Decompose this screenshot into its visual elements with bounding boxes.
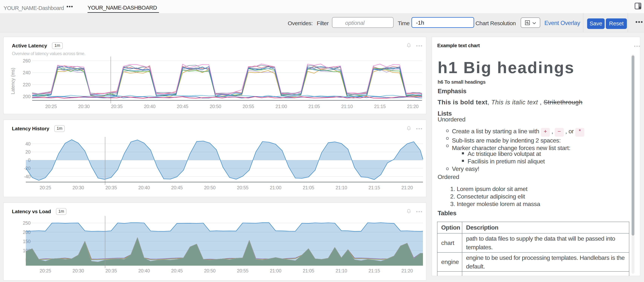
svg-text:20:45: 20:45	[177, 104, 188, 109]
svg-text:20:25: 20:25	[40, 268, 51, 273]
svg-text:21:15: 21:15	[368, 268, 380, 273]
svg-text:20:35: 20:35	[106, 268, 117, 273]
svg-text:-40: -40	[24, 174, 30, 179]
svg-text:20:30: 20:30	[72, 185, 84, 190]
svg-text:20: 20	[26, 149, 30, 154]
svg-text:200: 200	[23, 94, 30, 99]
svg-text:21:20: 21:20	[402, 185, 413, 190]
svg-text:21:20: 21:20	[407, 104, 418, 109]
svg-text:20:45: 20:45	[171, 268, 183, 273]
svg-text:21:00: 21:00	[270, 185, 281, 190]
svg-text:21:10: 21:10	[336, 268, 347, 273]
svg-text:21:15: 21:15	[368, 185, 380, 190]
svg-text:260: 260	[23, 58, 30, 63]
svg-text:240: 240	[23, 70, 30, 75]
svg-text:20:40: 20:40	[138, 185, 150, 190]
svg-text:Latency (ms): Latency (ms)	[10, 68, 16, 94]
svg-text:21:10: 21:10	[336, 185, 347, 190]
svg-text:21:05: 21:05	[303, 268, 314, 273]
svg-text:250: 250	[23, 220, 30, 226]
svg-text:21:00: 21:00	[270, 268, 281, 273]
svg-text:21:20: 21:20	[402, 268, 413, 273]
svg-text:20:35: 20:35	[111, 104, 122, 109]
svg-text:220: 220	[23, 82, 30, 87]
svg-text:20:55: 20:55	[242, 104, 254, 109]
svg-text:21:05: 21:05	[303, 185, 314, 190]
svg-text:20:45: 20:45	[171, 185, 183, 190]
svg-text:21:10: 21:10	[341, 104, 353, 109]
svg-text:20:35: 20:35	[106, 185, 117, 190]
svg-text:20:30: 20:30	[72, 268, 84, 273]
svg-text:21:15: 21:15	[374, 104, 386, 109]
svg-text:20:30: 20:30	[78, 104, 90, 109]
svg-text:21:00: 21:00	[276, 104, 287, 109]
svg-text:20:40: 20:40	[138, 268, 150, 273]
svg-text:20:50: 20:50	[204, 185, 216, 190]
svg-text:20:40: 20:40	[144, 104, 155, 109]
svg-text:20:25: 20:25	[45, 104, 57, 109]
svg-text:20:55: 20:55	[237, 268, 248, 273]
svg-text:40: 40	[26, 141, 30, 146]
svg-text:20:50: 20:50	[210, 104, 221, 109]
svg-text:20:50: 20:50	[204, 268, 216, 273]
svg-text:20:55: 20:55	[237, 185, 248, 190]
svg-text:20:25: 20:25	[40, 185, 51, 190]
svg-text:21:05: 21:05	[308, 104, 320, 109]
